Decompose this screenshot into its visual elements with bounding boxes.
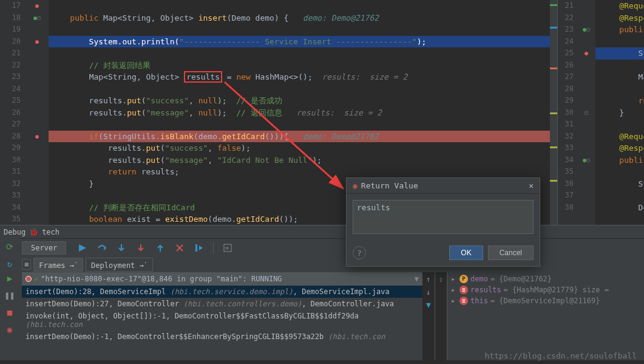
show-exec-point-icon[interactable] bbox=[77, 242, 88, 253]
scrollbar-left[interactable] bbox=[550, 0, 557, 225]
debug-side-buttons: ⟳ ↻ bbox=[0, 238, 19, 272]
variable-row[interactable]: ▸Pdemo = {Demo@21762} bbox=[451, 273, 640, 284]
debug-tab-bar: Debug 🐞 tech bbox=[0, 225, 644, 238]
thread-selector[interactable]: ✓ "http-nio-8080-exec-17"@18,846 in grou… bbox=[22, 272, 422, 286]
svg-text:=: = bbox=[225, 245, 229, 252]
dialog-titlebar[interactable]: ◉ Return Value ✕ bbox=[347, 178, 540, 194]
rerun-button[interactable]: ⟳ bbox=[4, 241, 16, 253]
server-tab[interactable]: Server bbox=[22, 241, 66, 255]
frames-view-icon[interactable]: ≡ bbox=[22, 259, 31, 270]
variable-row[interactable]: ▸≡results = {HashMap@21779} size = bbox=[451, 284, 640, 295]
editor-area: 17181920212223242526272829303132333435 ●… bbox=[0, 0, 644, 225]
stack-frame[interactable]: insertDemo(Demo):-1, DemoController$$Enh… bbox=[22, 331, 422, 343]
cancel-button[interactable]: Cancel bbox=[488, 246, 534, 260]
return-value-dialog: ◉ Return Value ✕ ? OK Cancel bbox=[346, 177, 540, 267]
line-gutter-left: 17181920212223242526272829303132333435 bbox=[0, 0, 25, 225]
right-split: 212223242526272829303132333435363738 ● ⊟… bbox=[557, 0, 644, 225]
vars-toolbar: ⇪ bbox=[435, 272, 447, 360]
stack-frames: insert(Demo):28, DemoServiceImpl (hbi.te… bbox=[22, 286, 422, 343]
force-step-into-icon[interactable] bbox=[135, 242, 146, 253]
prev-frame-icon[interactable]: ↑ bbox=[426, 275, 431, 284]
variables-panel[interactable]: ▸Pdemo = {Demo@21762}▸≡results = {HashMa… bbox=[447, 272, 644, 360]
close-icon[interactable]: ✕ bbox=[529, 181, 534, 190]
ok-button[interactable]: OK bbox=[449, 246, 483, 260]
stack-frame[interactable]: invoke(int, Object, Object[]):-1, DemoCo… bbox=[22, 310, 422, 331]
code-editor-right[interactable]: @Request @Respons public M Syst Map< ret… bbox=[595, 0, 644, 225]
next-frame-icon[interactable]: ↓ bbox=[426, 287, 431, 297]
filter-icon[interactable]: ▼ bbox=[426, 300, 431, 309]
line-gutter-right: 212223242526272829303132333435363738 bbox=[558, 0, 577, 225]
fold-gutter-left: ●● ⊟●● bbox=[25, 0, 49, 225]
run-to-cursor-icon[interactable] bbox=[194, 242, 205, 253]
stack-frame[interactable]: insertDemo(Demo):27, DemoController (hbi… bbox=[22, 298, 422, 310]
step-into-icon[interactable] bbox=[116, 242, 127, 253]
debug-config-name[interactable]: tech bbox=[42, 228, 59, 236]
svg-rect-0 bbox=[195, 244, 197, 252]
step-out-icon[interactable] bbox=[155, 242, 166, 253]
view-breakpoints-button[interactable]: ◉ bbox=[4, 323, 16, 335]
return-value-input[interactable] bbox=[353, 200, 534, 234]
help-button[interactable]: ? bbox=[353, 246, 366, 259]
bug-icon: 🐞 bbox=[29, 228, 38, 236]
drop-frame-icon[interactable] bbox=[174, 242, 185, 253]
frames-tab[interactable]: Frames →· bbox=[33, 258, 83, 272]
stack-frame[interactable]: insert(Demo):28, DemoServiceImpl (hbi.te… bbox=[22, 286, 422, 298]
dialog-title-text: Return Value bbox=[361, 181, 418, 190]
frames-toolbar: ↑ ↓ ▼ bbox=[422, 272, 435, 360]
restore-layout-icon[interactable]: ⇪ bbox=[439, 275, 444, 284]
debug-label: Debug bbox=[4, 228, 25, 236]
debug-toolbar: Server = bbox=[19, 238, 644, 256]
stop-button[interactable]: ■ bbox=[4, 306, 16, 318]
update-button[interactable]: ↻ bbox=[4, 258, 16, 270]
debug-side-buttons-2: ▶ ❚❚ ■ ◉ bbox=[0, 272, 19, 360]
deployment-tab[interactable]: Deployment →· bbox=[86, 258, 153, 272]
frames-bar: ≡ Frames →· Deployment →· bbox=[19, 256, 644, 272]
frames-panel: ✓ "http-nio-8080-exec-17"@18,846 in grou… bbox=[19, 272, 422, 360]
watermark: https://blog.csdn.net/soulofball bbox=[485, 351, 637, 360]
evaluate-expression-icon[interactable]: = bbox=[222, 242, 233, 253]
variable-row[interactable]: ▸≡this = {DemoServiceImpl@21169} bbox=[451, 295, 640, 306]
fold-gutter-right: ● ⊟●⊟● ⊟ bbox=[577, 0, 595, 225]
dialog-icon: ◉ bbox=[353, 181, 358, 190]
thread-name: "http-nio-8080-exec-17"@18,846 in group … bbox=[41, 275, 282, 283]
step-over-icon[interactable] bbox=[97, 242, 107, 253]
pause-button[interactable]: ❚❚ bbox=[4, 289, 16, 301]
resume-button[interactable]: ▶ bbox=[4, 272, 16, 284]
